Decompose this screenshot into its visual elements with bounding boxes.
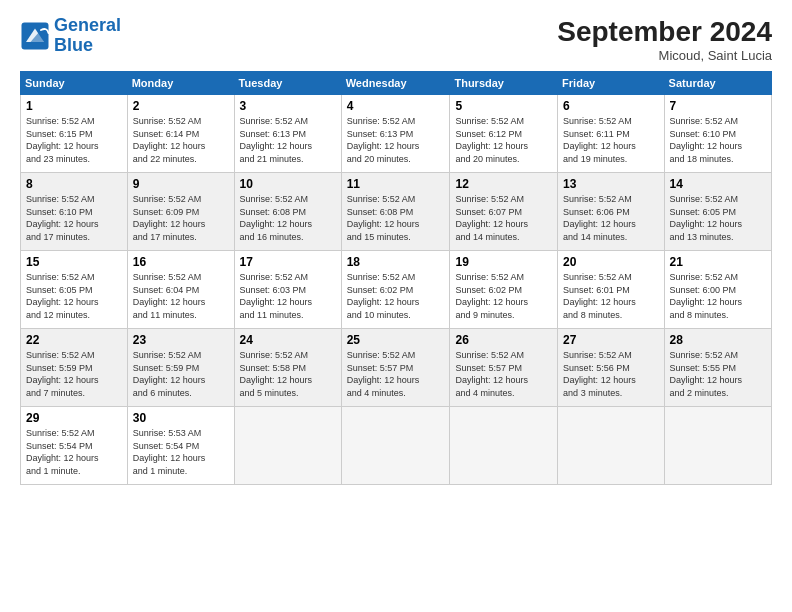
weekday-header: Thursday xyxy=(450,72,558,95)
day-info: Sunrise: 5:52 AMSunset: 5:57 PMDaylight:… xyxy=(455,349,552,399)
calendar-cell: 19Sunrise: 5:52 AMSunset: 6:02 PMDayligh… xyxy=(450,251,558,329)
logo-line1: General xyxy=(54,15,121,35)
day-info: Sunrise: 5:52 AMSunset: 6:10 PMDaylight:… xyxy=(26,193,122,243)
day-number: 23 xyxy=(133,333,229,347)
weekday-header: Friday xyxy=(558,72,664,95)
day-number: 1 xyxy=(26,99,122,113)
calendar-cell: 27Sunrise: 5:52 AMSunset: 5:56 PMDayligh… xyxy=(558,329,664,407)
day-number: 24 xyxy=(240,333,336,347)
day-info: Sunrise: 5:52 AMSunset: 5:58 PMDaylight:… xyxy=(240,349,336,399)
day-number: 6 xyxy=(563,99,658,113)
day-info: Sunrise: 5:52 AMSunset: 6:02 PMDaylight:… xyxy=(347,271,445,321)
weekday-header: Saturday xyxy=(664,72,771,95)
calendar-cell: 8Sunrise: 5:52 AMSunset: 6:10 PMDaylight… xyxy=(21,173,128,251)
day-info: Sunrise: 5:52 AMSunset: 6:00 PMDaylight:… xyxy=(670,271,766,321)
calendar-cell: 3Sunrise: 5:52 AMSunset: 6:13 PMDaylight… xyxy=(234,95,341,173)
header: General Blue September 2024 Micoud, Sain… xyxy=(20,16,772,63)
day-info: Sunrise: 5:52 AMSunset: 5:59 PMDaylight:… xyxy=(133,349,229,399)
calendar-cell: 2Sunrise: 5:52 AMSunset: 6:14 PMDaylight… xyxy=(127,95,234,173)
calendar-cell: 23Sunrise: 5:52 AMSunset: 5:59 PMDayligh… xyxy=(127,329,234,407)
month-title: September 2024 xyxy=(557,16,772,48)
day-info: Sunrise: 5:52 AMSunset: 6:01 PMDaylight:… xyxy=(563,271,658,321)
page: General Blue September 2024 Micoud, Sain… xyxy=(0,0,792,612)
calendar-week-row: 15Sunrise: 5:52 AMSunset: 6:05 PMDayligh… xyxy=(21,251,772,329)
day-info: Sunrise: 5:52 AMSunset: 6:02 PMDaylight:… xyxy=(455,271,552,321)
day-number: 29 xyxy=(26,411,122,425)
day-number: 10 xyxy=(240,177,336,191)
calendar-week-row: 8Sunrise: 5:52 AMSunset: 6:10 PMDaylight… xyxy=(21,173,772,251)
day-number: 7 xyxy=(670,99,766,113)
day-info: Sunrise: 5:52 AMSunset: 6:08 PMDaylight:… xyxy=(347,193,445,243)
calendar-cell xyxy=(341,407,450,485)
calendar-cell: 9Sunrise: 5:52 AMSunset: 6:09 PMDaylight… xyxy=(127,173,234,251)
calendar-cell: 26Sunrise: 5:52 AMSunset: 5:57 PMDayligh… xyxy=(450,329,558,407)
day-info: Sunrise: 5:52 AMSunset: 5:56 PMDaylight:… xyxy=(563,349,658,399)
day-info: Sunrise: 5:52 AMSunset: 6:05 PMDaylight:… xyxy=(670,193,766,243)
day-number: 17 xyxy=(240,255,336,269)
logo: General Blue xyxy=(20,16,121,56)
day-info: Sunrise: 5:52 AMSunset: 6:09 PMDaylight:… xyxy=(133,193,229,243)
day-number: 27 xyxy=(563,333,658,347)
day-number: 20 xyxy=(563,255,658,269)
day-info: Sunrise: 5:52 AMSunset: 6:13 PMDaylight:… xyxy=(347,115,445,165)
calendar-cell: 1Sunrise: 5:52 AMSunset: 6:15 PMDaylight… xyxy=(21,95,128,173)
calendar-cell: 11Sunrise: 5:52 AMSunset: 6:08 PMDayligh… xyxy=(341,173,450,251)
calendar-cell: 25Sunrise: 5:52 AMSunset: 5:57 PMDayligh… xyxy=(341,329,450,407)
day-info: Sunrise: 5:52 AMSunset: 5:59 PMDaylight:… xyxy=(26,349,122,399)
day-number: 12 xyxy=(455,177,552,191)
calendar-cell: 15Sunrise: 5:52 AMSunset: 6:05 PMDayligh… xyxy=(21,251,128,329)
day-number: 2 xyxy=(133,99,229,113)
calendar-header-row: SundayMondayTuesdayWednesdayThursdayFrid… xyxy=(21,72,772,95)
calendar-cell: 6Sunrise: 5:52 AMSunset: 6:11 PMDaylight… xyxy=(558,95,664,173)
day-info: Sunrise: 5:52 AMSunset: 5:54 PMDaylight:… xyxy=(26,427,122,477)
weekday-header: Sunday xyxy=(21,72,128,95)
logo-text: General Blue xyxy=(54,16,121,56)
calendar-cell: 16Sunrise: 5:52 AMSunset: 6:04 PMDayligh… xyxy=(127,251,234,329)
day-info: Sunrise: 5:52 AMSunset: 5:57 PMDaylight:… xyxy=(347,349,445,399)
day-number: 14 xyxy=(670,177,766,191)
day-info: Sunrise: 5:53 AMSunset: 5:54 PMDaylight:… xyxy=(133,427,229,477)
calendar-cell xyxy=(450,407,558,485)
calendar-cell: 28Sunrise: 5:52 AMSunset: 5:55 PMDayligh… xyxy=(664,329,771,407)
day-number: 25 xyxy=(347,333,445,347)
calendar-cell xyxy=(664,407,771,485)
day-info: Sunrise: 5:52 AMSunset: 6:07 PMDaylight:… xyxy=(455,193,552,243)
location: Micoud, Saint Lucia xyxy=(557,48,772,63)
logo-icon xyxy=(20,21,50,51)
calendar-cell: 29Sunrise: 5:52 AMSunset: 5:54 PMDayligh… xyxy=(21,407,128,485)
day-info: Sunrise: 5:52 AMSunset: 6:08 PMDaylight:… xyxy=(240,193,336,243)
day-info: Sunrise: 5:52 AMSunset: 6:12 PMDaylight:… xyxy=(455,115,552,165)
day-number: 3 xyxy=(240,99,336,113)
day-number: 4 xyxy=(347,99,445,113)
calendar-cell xyxy=(558,407,664,485)
day-info: Sunrise: 5:52 AMSunset: 6:11 PMDaylight:… xyxy=(563,115,658,165)
day-number: 18 xyxy=(347,255,445,269)
day-info: Sunrise: 5:52 AMSunset: 6:13 PMDaylight:… xyxy=(240,115,336,165)
calendar-cell: 14Sunrise: 5:52 AMSunset: 6:05 PMDayligh… xyxy=(664,173,771,251)
calendar-cell: 5Sunrise: 5:52 AMSunset: 6:12 PMDaylight… xyxy=(450,95,558,173)
day-number: 21 xyxy=(670,255,766,269)
day-number: 11 xyxy=(347,177,445,191)
day-number: 19 xyxy=(455,255,552,269)
calendar-cell: 24Sunrise: 5:52 AMSunset: 5:58 PMDayligh… xyxy=(234,329,341,407)
calendar-cell: 4Sunrise: 5:52 AMSunset: 6:13 PMDaylight… xyxy=(341,95,450,173)
day-number: 28 xyxy=(670,333,766,347)
day-info: Sunrise: 5:52 AMSunset: 5:55 PMDaylight:… xyxy=(670,349,766,399)
calendar-cell: 7Sunrise: 5:52 AMSunset: 6:10 PMDaylight… xyxy=(664,95,771,173)
title-block: September 2024 Micoud, Saint Lucia xyxy=(557,16,772,63)
calendar: SundayMondayTuesdayWednesdayThursdayFrid… xyxy=(20,71,772,485)
weekday-header: Tuesday xyxy=(234,72,341,95)
day-info: Sunrise: 5:52 AMSunset: 6:05 PMDaylight:… xyxy=(26,271,122,321)
calendar-cell: 12Sunrise: 5:52 AMSunset: 6:07 PMDayligh… xyxy=(450,173,558,251)
day-number: 15 xyxy=(26,255,122,269)
calendar-cell: 17Sunrise: 5:52 AMSunset: 6:03 PMDayligh… xyxy=(234,251,341,329)
day-number: 16 xyxy=(133,255,229,269)
calendar-week-row: 1Sunrise: 5:52 AMSunset: 6:15 PMDaylight… xyxy=(21,95,772,173)
day-number: 22 xyxy=(26,333,122,347)
day-info: Sunrise: 5:52 AMSunset: 6:04 PMDaylight:… xyxy=(133,271,229,321)
calendar-cell: 10Sunrise: 5:52 AMSunset: 6:08 PMDayligh… xyxy=(234,173,341,251)
day-number: 9 xyxy=(133,177,229,191)
day-info: Sunrise: 5:52 AMSunset: 6:03 PMDaylight:… xyxy=(240,271,336,321)
weekday-header: Monday xyxy=(127,72,234,95)
day-number: 5 xyxy=(455,99,552,113)
